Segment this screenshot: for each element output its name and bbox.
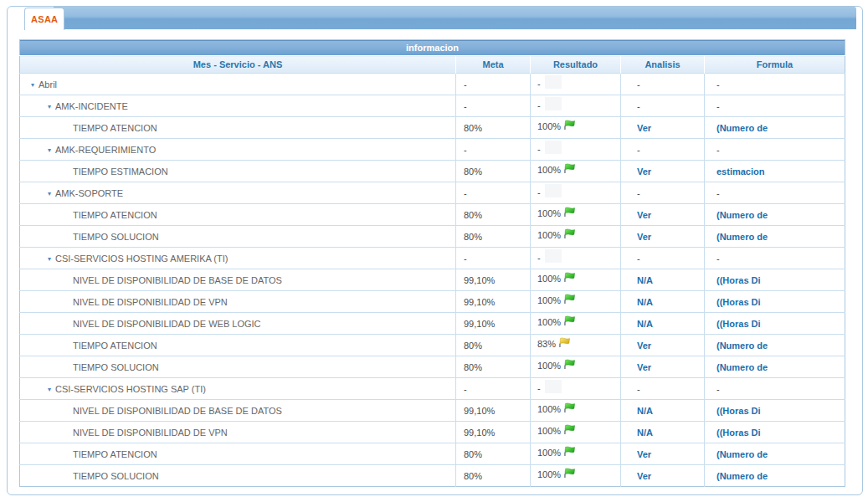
service-name-cell: ▾CSI-SERVICIOS HOSTING SAP (TI) <box>20 378 456 400</box>
analisis-value: N/A <box>637 275 653 285</box>
ver-link[interactable]: Ver <box>637 362 651 372</box>
collapse-toggle-icon[interactable]: ▾ <box>48 255 51 263</box>
column-header-analisis: Analisis <box>621 56 705 74</box>
formula-cell: (Numero de <box>705 356 845 378</box>
meta-cell: 80% <box>456 117 531 139</box>
resultado-cell: 83% <box>531 335 621 356</box>
formula-link[interactable]: (Numero de <box>716 232 768 242</box>
resultado-value: 100% <box>537 208 561 218</box>
meta-cell: - <box>456 95 531 117</box>
formula-cell: - <box>705 378 845 400</box>
ver-link[interactable]: Ver <box>637 210 651 220</box>
analisis-cell: - <box>621 74 705 95</box>
resultado-value: - <box>537 78 541 88</box>
resultado-value: 100% <box>537 469 561 479</box>
analisis-value: N/A <box>637 319 653 329</box>
ver-link[interactable]: Ver <box>637 341 651 351</box>
ver-link[interactable]: Ver <box>637 166 651 177</box>
green-flag-icon <box>563 467 576 479</box>
table-row: TIEMPO ATENCION80%100%Ver(Numero de <box>20 117 845 139</box>
column-header-mes-servicio-ans: Mes - Servicio - ANS <box>20 56 456 74</box>
resultado-value: 100% <box>537 274 561 284</box>
formula-cell: ((Horas Di <box>705 269 845 291</box>
analisis-value: N/A <box>637 428 653 438</box>
formula-cell: - <box>705 95 845 117</box>
formula-cell: (Numero de <box>705 335 845 356</box>
analisis-value: - <box>637 101 640 111</box>
row-label: NIVEL DE DISPONIBILIDAD DE BASE DE DATOS <box>73 406 282 416</box>
row-label: TIEMPO SOLUCION <box>73 232 159 242</box>
resultado-cell: - <box>531 182 621 204</box>
formula-link[interactable]: (Numero de <box>716 123 768 133</box>
resultado-cell: - <box>531 378 621 400</box>
resultado-cell: 100% <box>531 422 621 443</box>
green-flag-icon <box>563 271 576 283</box>
table-row: ▾CSI-SERVICIOS HOSTING AMERIKA (TI)---- <box>20 248 845 269</box>
service-name-cell: TIEMPO ATENCION <box>20 443 456 465</box>
collapse-toggle-icon[interactable]: ▾ <box>48 103 51 110</box>
ver-link[interactable]: Ver <box>637 471 651 481</box>
collapse-toggle-icon[interactable]: ▾ <box>48 190 51 197</box>
formula-link[interactable]: ((Horas Di <box>716 297 761 307</box>
formula-link[interactable]: (Numero de <box>716 341 768 351</box>
collapse-toggle-icon[interactable]: ▾ <box>48 146 51 154</box>
meta-value: 80% <box>464 123 482 133</box>
formula-link[interactable]: estimacion <box>716 166 764 177</box>
table-row: TIEMPO ATENCION80%100%Ver(Numero de <box>20 443 845 465</box>
meta-cell: - <box>456 74 531 95</box>
formula-link[interactable]: ((Horas Di <box>716 428 761 438</box>
analisis-cell: - <box>621 95 705 117</box>
missing-flag-placeholder <box>545 380 562 393</box>
formula-link[interactable]: ((Horas Di <box>716 275 761 285</box>
resultado-value: 100% <box>537 448 561 458</box>
formula-link[interactable]: ((Horas Di <box>716 406 761 416</box>
resultado-value: 100% <box>537 404 561 414</box>
formula-link[interactable]: (Numero de <box>716 471 768 481</box>
row-label: Abril <box>39 79 57 90</box>
green-flag-icon <box>563 315 576 326</box>
meta-value: 99,10% <box>464 406 495 416</box>
ver-link[interactable]: Ver <box>637 123 651 133</box>
resultado-cell: 100% <box>531 204 621 226</box>
collapse-toggle-icon[interactable]: ▾ <box>31 81 34 89</box>
analisis-cell: - <box>621 182 705 204</box>
resultado-value: - <box>537 100 541 110</box>
resultado-cell: 100% <box>531 269 621 291</box>
analisis-cell: Ver <box>621 226 705 248</box>
meta-cell: 80% <box>456 356 531 378</box>
missing-flag-placeholder <box>545 97 562 110</box>
meta-value: 80% <box>464 362 482 372</box>
analisis-cell: Ver <box>621 356 705 378</box>
meta-cell: 80% <box>456 226 531 248</box>
meta-cell: - <box>456 248 531 269</box>
formula-cell: (Numero de <box>705 465 845 487</box>
table-row: ▾CSI-SERVICIOS HOSTING SAP (TI)---- <box>20 378 845 400</box>
analisis-cell: Ver <box>621 465 705 487</box>
ver-link[interactable]: Ver <box>637 232 651 242</box>
table-row: NIVEL DE DISPONIBILIDAD DE VPN99,10%100%… <box>20 422 845 443</box>
resultado-value: - <box>537 252 541 262</box>
service-name-cell: ▾AMK-SOPORTE <box>20 182 456 204</box>
resultado-cell: - <box>531 95 621 117</box>
formula-link[interactable]: ((Horas Di <box>716 319 761 329</box>
formula-cell: estimacion <box>705 161 845 182</box>
formula-link[interactable]: (Numero de <box>716 210 768 220</box>
row-label: TIEMPO ATENCION <box>73 449 157 459</box>
collapse-toggle-icon[interactable]: ▾ <box>48 386 51 393</box>
service-name-cell: NIVEL DE DISPONIBILIDAD DE BASE DE DATOS <box>20 269 456 291</box>
tab-bar: ASAA <box>8 7 862 32</box>
formula-link[interactable]: (Numero de <box>716 362 768 372</box>
formula-value: - <box>716 254 720 264</box>
ver-link[interactable]: Ver <box>637 449 651 459</box>
row-label: AMK-INCIDENTE <box>55 101 128 111</box>
analisis-value: - <box>637 254 640 264</box>
resultado-cell: - <box>531 74 621 95</box>
formula-link[interactable]: (Numero de <box>716 449 768 459</box>
tab-asaa[interactable]: ASAA <box>24 8 64 30</box>
analisis-cell: N/A <box>621 422 705 443</box>
meta-value: 80% <box>464 449 482 459</box>
analisis-value: - <box>637 145 640 155</box>
meta-cell: 99,10% <box>456 400 531 422</box>
resultado-value: - <box>537 382 541 392</box>
service-name-cell: TIEMPO ESTIMACION <box>20 161 456 182</box>
